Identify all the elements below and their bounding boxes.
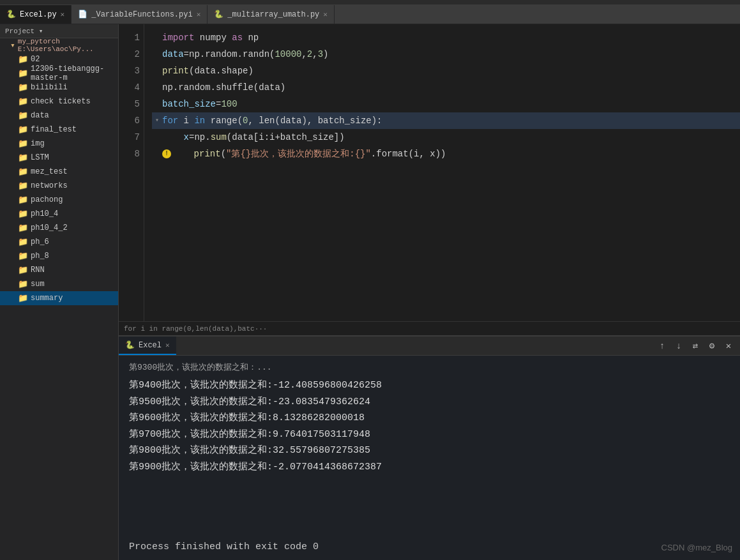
sidebar-item-my-pytorch[interactable]: ▾ my_pytorch E:\Users\aoc\Py... — [0, 38, 118, 52]
sidebar-item-label: sum — [31, 280, 45, 289]
excel-icon: 🐍 — [125, 340, 135, 350]
code-line-4: np.random.shuffle(data) — [152, 79, 740, 96]
sidebar-item-ph-8[interactable]: 📁 ph_8 — [0, 249, 118, 263]
terminal-area: 🐍 Excel ✕ ↑ ↓ ⇄ ⚙ ✕ 第9300批次，该批次的数据之和：...… — [119, 335, 740, 560]
tab-multiarray[interactable]: 🐍 _multiarray_umath.py ✕ — [208, 5, 335, 24]
sidebar-item-rnn[interactable]: 📁 RNN — [0, 263, 118, 277]
wrap-icon[interactable]: ⇄ — [689, 340, 702, 352]
line-num-8: 8 — [119, 146, 140, 162]
tab-variable-functions[interactable]: 📄 _VariableFunctions.pyi ✕ — [72, 5, 208, 24]
keyword-as: as — [232, 29, 243, 46]
folder-icon: ▾ — [10, 40, 15, 50]
folder-icon: 📁 — [18, 223, 28, 233]
sidebar-item-mez-test[interactable]: 📁 mez_test — [0, 165, 118, 179]
folder-icon: 📁 — [18, 68, 28, 79]
folder-icon: 📁 — [18, 209, 28, 219]
sidebar-item-label: ph_6 — [31, 238, 49, 246]
sidebar-item-12306[interactable]: 📁 12306-tiebanggg-master-m — [0, 66, 118, 80]
folder-icon: 📁 — [18, 251, 28, 261]
terminal-bottom: Process finished with exit code 0 — [119, 534, 740, 560]
fold-icon-placeholder — [152, 149, 162, 159]
terminal-line-4: 第9800批次，该批次的数据之和:32.55796807275385 — [129, 443, 730, 459]
sidebar-item-label: bilibili — [31, 83, 68, 92]
settings-icon[interactable]: ⚙ — [706, 340, 718, 352]
fold-icon-placeholder — [152, 132, 162, 142]
sidebar-item-networks[interactable]: 📁 networks — [0, 179, 118, 193]
watermark-text: CSDN @mez_Blog — [661, 543, 732, 552]
folder-icon: 📁 — [18, 96, 28, 107]
sidebar-item-label: summary — [31, 294, 63, 303]
folder-icon: 📁 — [18, 181, 28, 191]
csdn-watermark: CSDN @mez_Blog — [661, 543, 732, 552]
fold-icon[interactable]: ▾ — [152, 116, 162, 126]
line-num-6: 6 — [119, 112, 140, 129]
code-editor[interactable]: import numpy as np data =np.random.randn… — [144, 24, 740, 321]
folder-icon: 📁 — [18, 110, 28, 121]
folder-icon: 📁 — [18, 265, 28, 275]
sidebar-item-label: networks — [31, 181, 68, 190]
breadcrumb-text: for i in range(0,len(data),batc··· — [124, 325, 267, 333]
window-chrome — [0, 0, 740, 5]
pyi-file-icon: 📄 — [78, 10, 87, 19]
sidebar-item-label: pachong — [31, 195, 63, 204]
terminal-tab-excel[interactable]: 🐍 Excel ✕ — [119, 337, 176, 355]
tab-label: _VariableFunctions.pyi — [91, 10, 192, 19]
folder-icon: 📁 — [18, 167, 28, 177]
code-line-5: batch_size = 100 — [152, 96, 740, 112]
sidebar-item-lstm[interactable]: 📁 LSTM — [0, 151, 118, 165]
terminal-output: 第9300批次，该批次的数据之和：... 第9400批次，该批次的数据之和:-1… — [119, 356, 740, 534]
tab-close-button[interactable]: ✕ — [61, 10, 65, 19]
sidebar-item-ph-6[interactable]: 📁 ph_6 — [0, 235, 118, 249]
sidebar-item-pachong[interactable]: 📁 pachong — [0, 193, 118, 207]
exit-message: Process finished with exit code 0 — [129, 541, 730, 552]
terminal-tab-bar: 🐍 Excel ✕ ↑ ↓ ⇄ ⚙ ✕ — [119, 337, 740, 356]
sidebar-item-bilibili[interactable]: 📁 bilibili — [0, 80, 118, 95]
editor-area: 1 2 3 4 5 6 7 8 import numpy as np — [119, 24, 740, 321]
sidebar-item-label: RNN — [31, 266, 45, 275]
editor-breadcrumb: for i in range(0,len(data),batc··· — [119, 321, 740, 335]
terminal-tab-label: Excel — [139, 341, 162, 350]
sidebar-item-sum[interactable]: 📁 sum — [0, 277, 118, 291]
sidebar-item-check-tickets[interactable]: 📁 check tickets — [0, 95, 118, 109]
sidebar-item-label: img — [31, 139, 45, 148]
terminal-line-prev: 第9300批次，该批次的数据之和：... — [129, 361, 730, 375]
tab-label: _multiarray_umath.py — [227, 10, 319, 19]
sidebar-item-ph10-4[interactable]: 📁 ph10_4 — [0, 207, 118, 221]
scroll-down-icon[interactable]: ↓ — [672, 340, 685, 352]
terminal-line-0: 第9400批次，该批次的数据之和:-12.408596800426258 — [129, 377, 730, 394]
terminal-tab-close[interactable]: ✕ — [165, 341, 170, 349]
tab-excel-py[interactable]: 🐍 Excel.py ✕ — [0, 5, 72, 24]
line-numbers: 1 2 3 4 5 6 7 8 — [119, 24, 144, 321]
tab-bar: 🐍 Excel.py ✕ 📄 _VariableFunctions.pyi ✕ … — [0, 5, 740, 24]
line-num-5: 5 — [119, 96, 140, 112]
line-num-7: 7 — [119, 129, 140, 146]
folder-icon: 📁 — [18, 125, 28, 135]
terminal-line-5: 第9900批次，该批次的数据之和:-2.0770414368672387 — [129, 459, 730, 476]
terminal-line-2: 第9600批次，该批次的数据之和:8.13286282000018 — [129, 410, 730, 427]
code-line-7: x =np. sum (data[i:i+batch_size]) — [152, 129, 740, 146]
py-file-icon: 🐍 — [214, 10, 223, 19]
folder-icon: 📁 — [18, 293, 28, 303]
keyword-import: import — [162, 29, 194, 46]
folder-icon: 📁 — [18, 54, 28, 64]
tab-close-button[interactable]: ✕ — [323, 10, 328, 19]
sidebar-item-ph10-4-2[interactable]: 📁 ph10_4_2 — [0, 221, 118, 235]
sidebar-item-img[interactable]: 📁 img — [0, 137, 118, 151]
sidebar-item-label: LSTM — [31, 153, 49, 162]
scroll-up-icon[interactable]: ↑ — [656, 340, 668, 352]
code-line-6: ▾ for i in range( 0 , len(data), batch_s… — [152, 112, 740, 129]
sidebar-item-label: ph_8 — [31, 252, 49, 261]
sidebar-item-label: mez_test — [31, 167, 68, 176]
sidebar-item-final-test[interactable]: 📁 final_test — [0, 123, 118, 137]
code-line-2: data =np.random.randn( 10000 , 2 , 3 ) — [152, 46, 740, 63]
sidebar-item-summary[interactable]: 📁 summary — [0, 291, 118, 305]
sidebar-item-label: 02 — [31, 55, 40, 64]
py-file-icon: 🐍 — [6, 10, 16, 19]
line-num-4: 4 — [119, 79, 140, 96]
sidebar-item-data[interactable]: 📁 data — [0, 109, 118, 123]
folder-icon: 📁 — [18, 279, 28, 289]
close-terminal-icon[interactable]: ✕ — [722, 340, 735, 352]
tab-close-button[interactable]: ✕ — [197, 10, 201, 19]
line-num-1: 1 — [119, 29, 140, 46]
sidebar-item-label: data — [31, 111, 49, 120]
